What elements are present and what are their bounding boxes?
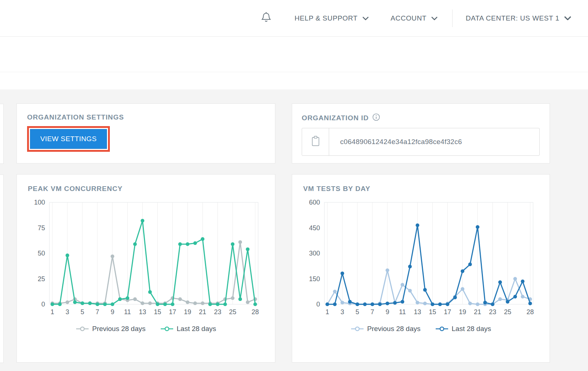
organization-settings-card: ORGANIZATION SETTINGS VIEW SETTINGS <box>16 103 275 164</box>
svg-text:600: 600 <box>309 199 320 206</box>
svg-text:9: 9 <box>386 308 389 316</box>
legend-item[interactable]: Last 28 days <box>435 325 491 333</box>
svg-text:9: 9 <box>111 308 114 316</box>
chart-legend: Previous 28 daysLast 28 days <box>351 325 491 333</box>
legend-marker-icon <box>160 326 174 331</box>
svg-text:17: 17 <box>444 308 451 316</box>
svg-text:7: 7 <box>371 308 374 316</box>
dashboard-page: HELP & SUPPORT ACCOUNT DATA CENTER: US W… <box>0 0 588 371</box>
chart-legend: Previous 28 daysLast 28 days <box>76 325 216 333</box>
svg-text:11: 11 <box>124 308 131 316</box>
svg-text:100: 100 <box>34 199 45 206</box>
help-support-label: HELP & SUPPORT <box>294 14 357 22</box>
peak-vm-concurrency-card: PEAK VM CONCURRENCY 02550751001357911131… <box>16 174 275 363</box>
svg-text:75: 75 <box>37 224 45 232</box>
content-top-band <box>0 72 588 89</box>
line-chart-canvas: 025507510013579111315171921232528 <box>29 198 263 320</box>
organization-id-title: ORGANIZATION ID <box>302 114 369 122</box>
main-content: ORGANIZATION SETTINGS VIEW SETTINGS ORGA… <box>0 89 588 371</box>
vm-tests-by-day-chart: 015030045060013579111315171921232528 Pre… <box>303 198 539 333</box>
svg-text:28: 28 <box>526 308 533 316</box>
info-icon[interactable] <box>372 113 380 122</box>
legend-label: Last 28 days <box>177 325 216 333</box>
line-chart-canvas: 015030045060013579111315171921232528 <box>304 198 538 320</box>
vm-tests-by-day-card: VM TESTS BY DAY 015030045060013579111315… <box>292 174 550 363</box>
legend-marker-icon <box>435 326 449 331</box>
organization-id-input[interactable] <box>340 138 539 146</box>
bell-icon <box>261 12 272 25</box>
legend-item[interactable]: Previous 28 days <box>351 325 421 333</box>
svg-text:25: 25 <box>504 308 511 316</box>
data-center-menu[interactable]: DATA CENTER: US WEST 1 <box>466 14 571 22</box>
organization-id-value-cell <box>329 128 539 155</box>
svg-text:3: 3 <box>340 308 344 316</box>
organization-settings-title: ORGANIZATION SETTINGS <box>27 113 265 121</box>
svg-text:5: 5 <box>356 308 359 316</box>
svg-text:50: 50 <box>37 250 45 257</box>
svg-text:15: 15 <box>429 308 436 316</box>
chevron-down-icon <box>564 16 571 20</box>
notifications-bell-button[interactable] <box>261 12 272 25</box>
sub-header-band <box>0 37 588 72</box>
svg-text:300: 300 <box>309 250 320 257</box>
legend-label: Last 28 days <box>452 325 491 333</box>
copy-to-clipboard-button[interactable] <box>302 128 329 155</box>
svg-text:13: 13 <box>139 308 146 316</box>
account-label: ACCOUNT <box>391 14 427 22</box>
svg-text:23: 23 <box>214 308 221 316</box>
svg-text:21: 21 <box>199 308 206 316</box>
top-header: HELP & SUPPORT ACCOUNT DATA CENTER: US W… <box>0 0 588 37</box>
svg-text:28: 28 <box>251 308 258 316</box>
red-annotation-highlight: VIEW SETTINGS <box>27 126 110 152</box>
chevron-down-icon <box>362 16 369 20</box>
legend-item[interactable]: Previous 28 days <box>76 325 146 333</box>
svg-text:11: 11 <box>399 308 406 316</box>
svg-text:1: 1 <box>325 308 329 316</box>
top-cards-row: ORGANIZATION SETTINGS VIEW SETTINGS ORGA… <box>16 103 588 164</box>
chart-cards-row: PEAK VM CONCURRENCY 02550751001357911131… <box>16 174 588 363</box>
legend-label: Previous 28 days <box>367 325 421 333</box>
svg-text:21: 21 <box>474 308 481 316</box>
svg-text:19: 19 <box>459 308 466 316</box>
clipboard-icon <box>311 136 320 148</box>
svg-text:15: 15 <box>154 308 161 316</box>
organization-id-field-group <box>302 128 540 156</box>
svg-text:17: 17 <box>169 308 176 316</box>
svg-text:1: 1 <box>50 308 54 316</box>
svg-text:450: 450 <box>309 224 320 232</box>
svg-text:19: 19 <box>184 308 191 316</box>
svg-text:0: 0 <box>41 301 45 308</box>
vm-tests-by-day-title: VM TESTS BY DAY <box>303 185 539 193</box>
header-divider <box>452 10 453 27</box>
svg-text:150: 150 <box>309 275 320 283</box>
svg-text:5: 5 <box>81 308 84 316</box>
svg-text:25: 25 <box>37 275 45 283</box>
legend-marker-icon <box>351 326 364 331</box>
svg-text:13: 13 <box>414 308 421 316</box>
organization-id-title-row: ORGANIZATION ID <box>302 113 540 122</box>
left-edge-card-partial <box>0 175 4 363</box>
legend-marker-icon <box>76 326 89 331</box>
account-menu[interactable]: ACCOUNT <box>391 14 438 22</box>
svg-text:23: 23 <box>489 308 496 316</box>
left-edge-card-partial <box>0 104 4 164</box>
legend-label: Previous 28 days <box>92 325 146 333</box>
svg-text:3: 3 <box>66 308 69 316</box>
peak-vm-concurrency-title: PEAK VM CONCURRENCY <box>28 185 264 193</box>
svg-text:25: 25 <box>229 308 236 316</box>
organization-id-card: ORGANIZATION ID <box>292 103 550 164</box>
svg-text:7: 7 <box>96 308 99 316</box>
view-settings-button[interactable]: VIEW SETTINGS <box>30 129 107 149</box>
chevron-down-icon <box>431 16 438 20</box>
svg-text:0: 0 <box>316 301 320 308</box>
peak-vm-concurrency-chart: 025507510013579111315171921232528 Previo… <box>28 198 264 333</box>
help-support-menu[interactable]: HELP & SUPPORT <box>294 14 368 22</box>
data-center-label: DATA CENTER: US WEST 1 <box>466 14 559 22</box>
legend-item[interactable]: Last 28 days <box>160 325 216 333</box>
